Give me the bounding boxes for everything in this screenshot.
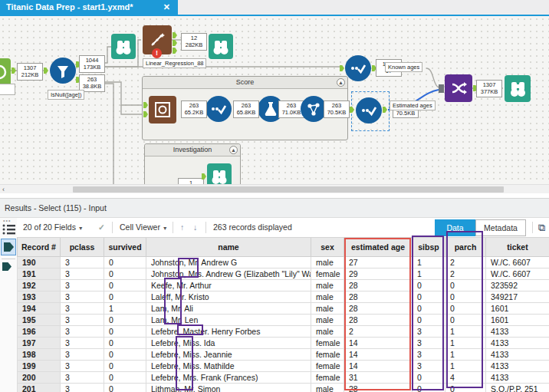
- data-cell[interactable]: Lefebre, Mrs. Frank (Frances): [146, 372, 311, 384]
- data-cell[interactable]: 28: [344, 292, 413, 303]
- data-cell[interactable]: 4133: [486, 372, 549, 384]
- data-cell[interactable]: 3: [61, 315, 104, 326]
- data-cell[interactable]: male: [311, 315, 344, 326]
- record-number-cell[interactable]: 198: [18, 349, 61, 361]
- data-cell[interactable]: W./C. 6607: [486, 257, 549, 268]
- data-cell[interactable]: 3: [413, 361, 445, 372]
- scroll-left-icon[interactable]: ‹: [2, 185, 5, 194]
- column-header[interactable]: sibsp: [413, 238, 445, 257]
- data-cell[interactable]: 0: [413, 372, 445, 384]
- column-header[interactable]: name: [146, 238, 311, 257]
- data-cell[interactable]: female: [311, 349, 344, 361]
- select-tool-known-ages[interactable]: [345, 55, 371, 81]
- data-cell[interactable]: 1: [413, 257, 445, 268]
- data-cell[interactable]: 28: [344, 384, 413, 392]
- record-number-cell[interactable]: 201: [18, 384, 61, 392]
- data-cell[interactable]: 0: [104, 315, 146, 326]
- canvas-horizontal-scrollbar[interactable]: ‹: [0, 184, 549, 193]
- list-view-icon[interactable]: [2, 223, 15, 236]
- column-header[interactable]: sex: [311, 238, 344, 257]
- record-number-cell[interactable]: 194: [18, 303, 61, 315]
- data-cell[interactable]: 1: [445, 349, 486, 361]
- data-cell[interactable]: 29: [344, 268, 413, 280]
- data-cell[interactable]: 0: [104, 257, 146, 268]
- data-cell[interactable]: 1: [104, 303, 146, 315]
- data-cell[interactable]: 3: [413, 338, 445, 349]
- filter-tool[interactable]: [50, 58, 76, 84]
- tab-close-icon[interactable]: ✕: [163, 0, 170, 15]
- anchor-tag-icon[interactable]: [2, 262, 12, 271]
- column-header[interactable]: ticket: [486, 238, 549, 257]
- record-number-cell[interactable]: 197: [18, 338, 61, 349]
- cluster-tool[interactable]: [301, 96, 327, 122]
- down-arrow-icon[interactable]: ↓: [193, 218, 197, 237]
- scrollbar-thumb[interactable]: [73, 186, 504, 193]
- up-arrow-icon[interactable]: ↑: [180, 218, 184, 237]
- data-cell[interactable]: 0: [104, 384, 146, 392]
- data-cell[interactable]: 0: [104, 372, 146, 384]
- data-cell[interactable]: Lithman, Mr. Simon: [146, 384, 311, 392]
- record-number-cell[interactable]: 193: [18, 292, 61, 303]
- browse-tool[interactable]: [505, 75, 531, 102]
- data-cell[interactable]: 0: [413, 315, 445, 326]
- browse-tool[interactable]: [209, 34, 233, 59]
- data-cell[interactable]: 3: [61, 303, 104, 315]
- select-tool[interactable]: [205, 96, 232, 122]
- data-cell[interactable]: 2: [445, 257, 486, 268]
- data-cell[interactable]: male: [311, 292, 344, 303]
- data-cell[interactable]: 0: [445, 303, 486, 315]
- copy-icon[interactable]: ⧉: [538, 218, 545, 237]
- record-number-cell[interactable]: 200: [18, 372, 61, 384]
- score-tool[interactable]: [149, 96, 176, 124]
- record-number-cell[interactable]: 191: [18, 268, 61, 280]
- column-header[interactable]: survived: [104, 238, 146, 257]
- input-data-tool[interactable]: [0, 58, 11, 86]
- data-cell[interactable]: 3: [61, 326, 104, 338]
- data-cell[interactable]: 0: [445, 280, 486, 292]
- data-cell[interactable]: 4133: [486, 349, 549, 361]
- data-cell[interactable]: 3: [61, 280, 104, 292]
- data-cell[interactable]: 4133: [486, 338, 549, 349]
- column-header[interactable]: estimated age: [344, 238, 413, 257]
- cell-viewer-dropdown[interactable]: Cell Viewer ▼: [120, 218, 168, 237]
- data-cell[interactable]: 3: [61, 338, 104, 349]
- data-cell[interactable]: 14: [344, 338, 413, 349]
- metadata-tab-button[interactable]: Metadata: [475, 219, 526, 236]
- record-number-cell[interactable]: 196: [18, 326, 61, 338]
- select-tool-estimated-ages[interactable]: [356, 97, 382, 124]
- data-cell[interactable]: Johnston, Mrs. Andrew G (Elizabeth "Lily…: [146, 268, 311, 280]
- data-cell[interactable]: 0: [413, 303, 445, 315]
- column-header[interactable]: parch: [445, 238, 486, 257]
- data-cell[interactable]: 27: [344, 257, 413, 268]
- record-number-cell[interactable]: 190: [18, 257, 61, 268]
- data-cell[interactable]: 0: [104, 326, 146, 338]
- data-cell[interactable]: Lefebre, Master. Henry Forbes: [146, 326, 311, 338]
- data-cell[interactable]: 3: [61, 372, 104, 384]
- data-cell[interactable]: 0: [104, 349, 146, 361]
- data-cell[interactable]: 4133: [486, 361, 549, 372]
- data-cell[interactable]: 1: [445, 326, 486, 338]
- data-cell[interactable]: 14: [344, 349, 413, 361]
- data-cell[interactable]: male: [311, 303, 344, 315]
- data-cell[interactable]: W./C. 6607: [486, 268, 549, 280]
- data-cell[interactable]: 3: [61, 349, 104, 361]
- record-number-cell[interactable]: 195: [18, 315, 61, 326]
- data-cell[interactable]: 3: [61, 361, 104, 372]
- browse-tool[interactable]: [207, 163, 232, 184]
- data-cell[interactable]: 0: [413, 384, 445, 392]
- data-cell[interactable]: Keefe, Mr. Arthur: [146, 280, 311, 292]
- data-cell[interactable]: 0: [413, 292, 445, 303]
- apply-check-icon[interactable]: ✓: [98, 218, 105, 237]
- data-cell[interactable]: 2: [344, 326, 413, 338]
- data-cell[interactable]: 323592: [486, 280, 549, 292]
- collapse-icon[interactable]: ▲: [229, 146, 238, 154]
- data-cell[interactable]: 28: [344, 303, 413, 315]
- data-cell[interactable]: 3: [61, 292, 104, 303]
- data-cell[interactable]: Johnston, Mr. Andrew G: [146, 257, 311, 268]
- data-cell[interactable]: 3: [61, 384, 104, 392]
- data-cell[interactable]: Lefebre, Miss. Ida: [146, 338, 311, 349]
- data-cell[interactable]: female: [311, 372, 344, 384]
- column-header[interactable]: pclass: [61, 238, 104, 257]
- data-cell[interactable]: S.O./P.P. 251: [486, 384, 549, 392]
- data-cell[interactable]: 3: [413, 349, 445, 361]
